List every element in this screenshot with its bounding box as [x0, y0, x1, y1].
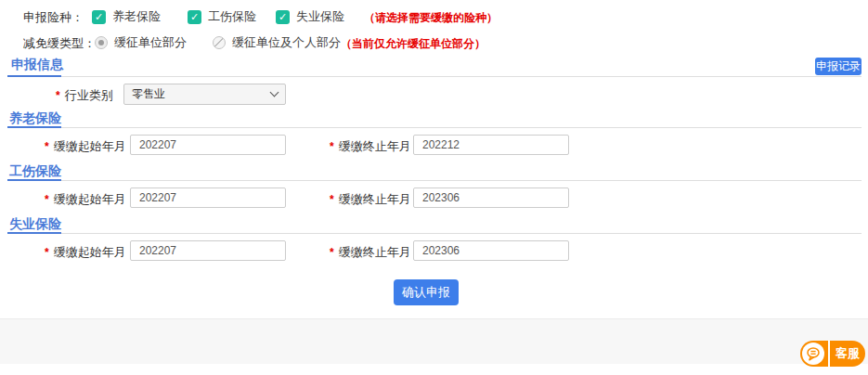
- customer-service-label: 客服: [836, 345, 860, 362]
- work-injury-start-label-text: 缓缴起始年月: [54, 191, 126, 208]
- checkbox-pension-label: 养老保险: [112, 8, 161, 25]
- section-title-pension: 养老保险: [9, 110, 61, 127]
- deferral-declaration-page: 申报险种： ✓ 养老保险 ✓ 工伤保险 ✓ 失业保险 （请选择需要缓缴的险种） …: [0, 0, 868, 375]
- unemployment-end-label-text: 缓缴终止年月: [339, 244, 411, 261]
- required-marker: *: [330, 193, 334, 206]
- radio-unit-and-personal-portion[interactable]: 缓征单位及个人部分: [213, 34, 341, 51]
- section-divider: [7, 127, 862, 128]
- declaration-info-title: 申报信息: [11, 57, 63, 73]
- checkbox-unemployment-insurance[interactable]: ✓ 失业保险: [276, 8, 344, 25]
- service-divider: [828, 341, 830, 367]
- radio-unit-and-personal-label: 缓征单位及个人部分: [232, 34, 341, 51]
- pension-end-month-input[interactable]: [413, 135, 569, 155]
- industry-field-label: * 行业类别: [56, 87, 113, 104]
- radio-unit-portion[interactable]: 缓征单位部分: [95, 34, 187, 51]
- checkbox-checked-icon[interactable]: ✓: [188, 10, 201, 24]
- required-marker: *: [330, 246, 334, 259]
- unemployment-end-month-input[interactable]: [413, 240, 569, 261]
- section-title-unemployment: 失业保险: [9, 216, 61, 233]
- pension-end-label-text: 缓缴终止年月: [339, 138, 411, 155]
- required-marker: *: [45, 140, 49, 153]
- unemployment-start-label-text: 缓缴起始年月: [54, 244, 126, 261]
- radio-unit-portion-label: 缓征单位部分: [114, 34, 187, 51]
- pension-start-label-text: 缓缴起始年月: [54, 138, 126, 155]
- checkbox-checked-icon[interactable]: ✓: [92, 10, 106, 24]
- industry-label-text: 行业类别: [65, 87, 113, 104]
- pension-start-label: * 缓缴起始年月: [45, 138, 126, 155]
- header-active-underline: [7, 75, 61, 77]
- chat-bubble-icon: [802, 343, 824, 365]
- work-injury-start-label: * 缓缴起始年月: [45, 191, 126, 208]
- checkbox-pension-insurance[interactable]: ✓ 养老保险: [92, 8, 161, 25]
- section-active-underline: [7, 179, 61, 181]
- header-divider: [7, 76, 862, 77]
- industry-selected-value: 零售业: [132, 86, 271, 102]
- work-injury-end-label-text: 缓缴终止年月: [339, 191, 411, 208]
- section-title-work-injury: 工伤保险: [9, 163, 61, 180]
- footer-band: [0, 318, 868, 364]
- customer-service-button[interactable]: 客服: [800, 341, 865, 367]
- work-injury-start-month-input[interactable]: [130, 188, 286, 208]
- confirm-declaration-button[interactable]: 确认申报: [394, 279, 459, 305]
- deferral-type-hint: （当前仅允许缓征单位部分）: [341, 36, 486, 52]
- required-marker: *: [45, 246, 49, 259]
- work-injury-end-month-input[interactable]: [413, 188, 569, 208]
- insurance-types-label: 申报险种：: [23, 9, 84, 26]
- deferral-type-label: 减免缓类型：: [23, 35, 96, 52]
- chevron-down-icon: [270, 88, 279, 97]
- required-marker: *: [56, 89, 60, 102]
- section-active-underline: [7, 232, 61, 234]
- pension-end-label: * 缓缴终止年月: [330, 138, 411, 155]
- pension-start-month-input[interactable]: [130, 135, 286, 155]
- industry-select[interactable]: 零售业: [123, 84, 286, 105]
- required-marker: *: [45, 193, 49, 206]
- checkbox-unemployment-label: 失业保险: [296, 8, 344, 25]
- declaration-record-button[interactable]: 申报记录: [815, 58, 862, 75]
- checkbox-work-injury-label: 工伤保险: [208, 8, 256, 25]
- section-divider: [7, 180, 862, 181]
- checkbox-checked-icon[interactable]: ✓: [276, 10, 290, 24]
- required-marker: *: [330, 140, 334, 153]
- work-injury-end-label: * 缓缴终止年月: [330, 191, 411, 208]
- checkbox-work-injury-insurance[interactable]: ✓ 工伤保险: [188, 8, 256, 25]
- radio-selected-icon[interactable]: [95, 36, 108, 49]
- unemployment-start-month-input[interactable]: [130, 240, 286, 261]
- insurance-types-hint: （请选择需要缓缴的险种）: [364, 10, 498, 26]
- section-divider: [7, 233, 862, 234]
- unemployment-start-label: * 缓缴起始年月: [45, 244, 126, 261]
- unemployment-end-label: * 缓缴终止年月: [330, 244, 411, 261]
- radio-disabled-icon: [213, 36, 226, 49]
- section-active-underline: [7, 126, 61, 128]
